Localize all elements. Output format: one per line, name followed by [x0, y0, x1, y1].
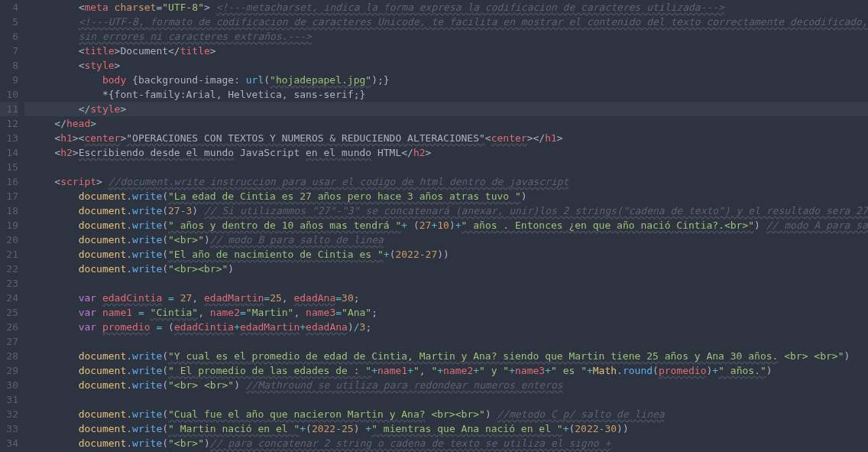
token: "Cual fue el año que nacieron Martin y A… [168, 408, 426, 420]
code-line[interactable]: body {background-image: url("hojadepapel… [31, 73, 868, 87]
token: meta [84, 2, 114, 13]
token: "OPERACIONES CON TEXTOS Y NUMEROS & REDU… [126, 132, 485, 144]
token: ) [766, 365, 772, 376]
token: 2022 [395, 249, 419, 260]
token: - [335, 423, 342, 434]
line-number: 8 [0, 58, 18, 73]
token: ) [449, 219, 455, 231]
code-line[interactable]: <title>Document</title> [31, 44, 868, 58]
token: promedio [659, 365, 707, 376]
token: document [79, 205, 127, 216]
token: ( [162, 379, 168, 391]
token: . [126, 365, 132, 376]
line-number: 14 [0, 145, 18, 160]
code-line[interactable]: <script> //document.write instruccion pa… [31, 174, 868, 189]
token: )) [437, 249, 449, 260]
token: " Martin nació en el " [168, 423, 300, 434]
code-line[interactable]: var promedio = (edadCintia+edadMartin+ed… [31, 320, 868, 334]
token: . [126, 219, 132, 231]
code-line[interactable]: document.write(" El promedio de las edad… [31, 363, 868, 378]
token: ; [354, 292, 360, 304]
code-line[interactable]: document.write(27-3) // Si utilizammos "… [31, 203, 868, 218]
token: document [79, 408, 127, 420]
token: write [132, 205, 162, 216]
token: + [371, 365, 377, 376]
code-line[interactable]: var edadCintia = 27, edadMartin=25, edad… [31, 291, 868, 305]
token: ( [162, 205, 168, 216]
line-number: 31 [0, 392, 18, 407]
code-line[interactable] [31, 392, 868, 407]
token: . [126, 205, 132, 216]
token: edadMartin [240, 321, 300, 333]
code-line[interactable]: document.write("Cual fue el año que naci… [31, 407, 868, 421]
token: edadAna [306, 321, 348, 333]
line-number: 4 [0, 0, 18, 15]
token: document [79, 423, 127, 434]
code-line[interactable]: </head> [31, 116, 868, 131]
token: edadMartin [204, 292, 264, 304]
token: "Martin" [246, 307, 294, 318]
token: + [437, 365, 443, 376]
code-content-area[interactable]: <meta charset="UTF-8"> <!---metacharset,… [24, 0, 868, 452]
token: title [180, 45, 210, 57]
code-line[interactable]: document.write("<br>")// modo B para sal… [31, 233, 868, 247]
token: ) [234, 379, 246, 391]
token: " mientras que Ana nació en el " [371, 423, 562, 434]
code-line[interactable]: document.write("Y cual es el promedio de… [31, 349, 868, 363]
token: " El promedio de las edades de : " [168, 365, 371, 376]
code-line[interactable]: document.write(" Martin nació en el "+(2… [31, 421, 868, 436]
code-line[interactable]: <style> [31, 58, 868, 73]
code-line[interactable]: document.write("<br> <br>") //Mathround … [31, 378, 868, 392]
token: h2 [413, 147, 426, 158]
token: ( [264, 74, 270, 86]
token: + [300, 423, 306, 434]
token: . [126, 190, 132, 202]
code-line[interactable] [31, 160, 868, 174]
line-number: 33 [0, 421, 18, 436]
code-line[interactable]: document.write("<br><br>") [31, 262, 868, 276]
token: = [138, 307, 144, 318]
token: "UTF-8" [162, 2, 204, 13]
token: document [79, 379, 127, 391]
token: document [79, 190, 127, 202]
code-editor[interactable]: 4567891011121314151617181920212223242526… [0, 0, 868, 452]
token: ", " [413, 365, 437, 376]
token: > [210, 45, 216, 57]
code-line[interactable]: <meta charset="UTF-8"> <!---metacharset,… [31, 0, 868, 15]
token: " años . Entonces ¿en que año nació Cint… [462, 219, 755, 231]
token: 2022 [312, 423, 335, 434]
code-line[interactable]: <h1><center>"OPERACIONES CON TEXTOS Y NU… [31, 131, 868, 145]
code-line[interactable]: document.write("La edad de Cintia es 27 … [31, 189, 868, 203]
token: 10 [437, 219, 449, 231]
token: " es " [551, 365, 587, 376]
token: ( [162, 190, 168, 202]
code-line[interactable]: *{font-family:Arial, Helvetica, sans-ser… [31, 87, 868, 102]
code-line[interactable]: document.write(" años y dentro de 10 año… [31, 218, 868, 233]
token: name1 [102, 307, 132, 318]
token: ( [407, 219, 419, 231]
token: "hojadepapel.jpg" [270, 74, 371, 86]
code-line[interactable] [31, 276, 868, 291]
line-number: 12 [0, 116, 18, 131]
code-line[interactable]: <h2>Escribiendo desde el mundo JavaScrip… [31, 145, 868, 160]
token: var [79, 307, 102, 318]
token: , [198, 307, 210, 318]
line-number: 11 [0, 102, 18, 116]
code-line[interactable]: var name1 = "Cintia", name2="Martin", na… [31, 305, 868, 320]
token: url [246, 74, 264, 86]
code-line[interactable]: sin errores ni caracteres extraños.---> [31, 29, 868, 44]
token: 2022 [575, 423, 598, 434]
code-line[interactable]: <!---UTF-8, formato de codificacion de c… [31, 15, 868, 29]
token: // modo A para salto de [766, 219, 868, 231]
code-line[interactable]: document.write("<br>")// para concatenar… [31, 436, 868, 450]
token: . [126, 234, 132, 246]
code-line[interactable]: </style> [24, 102, 868, 116]
code-line[interactable] [31, 334, 868, 349]
token: write [132, 219, 162, 231]
line-number: 5 [0, 15, 18, 29]
code-line[interactable]: document.write("El año de nacimiento de … [31, 247, 868, 262]
token: name2 [210, 307, 240, 318]
token: // Si utilizammos "27"-"3" se concatenar… [204, 205, 868, 216]
token: 30 [604, 423, 617, 434]
token: center [491, 132, 527, 144]
